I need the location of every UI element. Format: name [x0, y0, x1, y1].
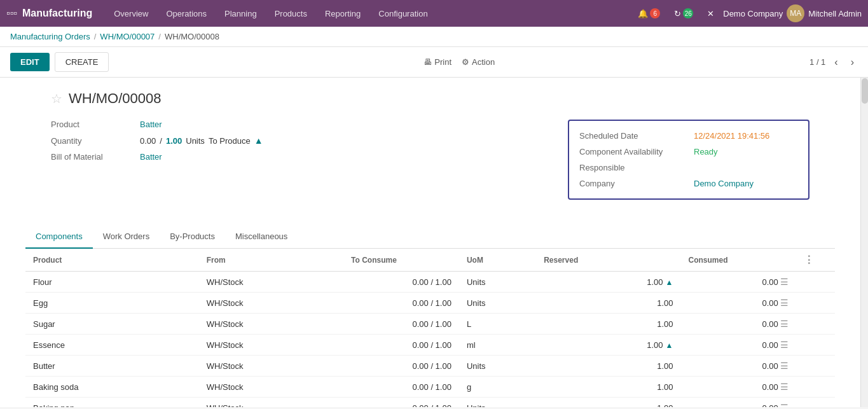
cell-from-3: WH/Stock [199, 335, 343, 356]
cell-from-4: WH/Stock [199, 356, 343, 377]
record-header: ☆ WH/MO/00008 [51, 90, 809, 107]
qty-divider: / [160, 136, 162, 146]
scrollbar-track[interactable] [860, 78, 868, 407]
breadcrumb-sep-2: / [158, 32, 161, 41]
qty-target[interactable]: 1.00 [166, 136, 182, 146]
nav-item-configuration[interactable]: Configuration [369, 0, 436, 27]
cell-from-0: WH/Stock [199, 272, 343, 293]
cell-reserved-2: 1.00 [536, 314, 680, 335]
cell-consumed-0: 0.00 ☰ [680, 272, 796, 293]
quantity-row: Quantity 0.00 / 1.00 Units To Produce ▲ [51, 135, 542, 146]
table-row: Egg WH/Stock 0.00 / 1.00 Units 1.00 0.00… [25, 293, 835, 314]
create-button[interactable]: CREATE [55, 52, 109, 72]
notifications-btn[interactable]: 🔔 6 [633, 6, 665, 21]
cell-from-2: WH/Stock [199, 314, 343, 335]
product-row: Product Batter [51, 120, 542, 129]
components-table: Product From To Consume UoM Reserved Con… [25, 249, 835, 407]
close-icon[interactable]: ✕ [702, 6, 719, 21]
activity-btn[interactable]: ↻ 26 [669, 6, 698, 21]
nav-item-overview[interactable]: Overview [105, 0, 157, 27]
action-label: Action [472, 57, 495, 67]
pagination-label: 1 / 1 [809, 57, 825, 67]
bom-value[interactable]: Batter [140, 152, 162, 162]
nav-item-reporting[interactable]: Reporting [316, 0, 369, 27]
cell-from-1: WH/Stock [199, 293, 343, 314]
cell-product-3: Essence [25, 335, 199, 356]
column-options-icon[interactable]: ⋮ [804, 254, 814, 265]
cell-options-3 [796, 335, 835, 356]
component-avail-row: Component Availability Ready [579, 147, 798, 156]
table-header: Product From To Consume UoM Reserved Con… [25, 249, 835, 272]
nav-right: 🔔 6 ↻ 26 ✕ Demo Company MA Mitchell Admi… [633, 4, 862, 22]
detail-icon-3[interactable]: ☰ [780, 340, 789, 350]
breadcrumb-manufacturing-orders[interactable]: Manufacturing Orders [10, 32, 90, 41]
form-grid: Product Batter Quantity 0.00 / 1.00 Unit… [51, 120, 809, 200]
cell-to-consume-0: 0.00 / 1.00 [343, 272, 459, 293]
detail-icon-6[interactable]: ☰ [780, 403, 789, 407]
prev-record-button[interactable]: ‹ [830, 55, 841, 69]
cell-uom-0: Units [459, 272, 536, 293]
bom-label: Bill of Material [51, 152, 134, 162]
cell-options-5 [796, 377, 835, 398]
cell-options-4 [796, 356, 835, 377]
header-product: Product [25, 249, 199, 272]
breadcrumb: Manufacturing Orders / WH/MO/00007 / WH/… [0, 27, 868, 47]
cell-product-0: Flour [25, 272, 199, 293]
action-button[interactable]: ⚙ Action [462, 57, 495, 67]
nav-item-planning[interactable]: Planning [216, 0, 266, 27]
user-menu[interactable]: MA Mitchell Admin [787, 4, 862, 22]
company-name: Demo Company [723, 9, 783, 18]
cell-reserved-0: 1.00▲ [536, 272, 680, 293]
table-body: Flour WH/Stock 0.00 / 1.00 Units 1.00▲ 0… [25, 272, 835, 408]
toolbar: EDIT CREATE 🖶 Print ⚙ Action 1 / 1 ‹ › [0, 47, 868, 78]
detail-icon-0[interactable]: ☰ [780, 277, 789, 287]
print-icon: 🖶 [424, 57, 432, 67]
cell-product-5: Baking soda [25, 377, 199, 398]
cell-to-consume-1: 0.00 / 1.00 [343, 293, 459, 314]
main-scroll: ☆ WH/MO/00008 Product Batter Quantity 0.… [0, 78, 860, 407]
bell-icon: 🔔 [638, 9, 648, 18]
cell-options-1 [796, 293, 835, 314]
detail-icon-4[interactable]: ☰ [780, 361, 789, 371]
cell-reserved-1: 1.00 [536, 293, 680, 314]
forecast-icon[interactable]: ▲ [254, 135, 263, 146]
detail-icon-2[interactable]: ☰ [780, 319, 789, 329]
forecast-row-icon[interactable]: ▲ [666, 341, 673, 350]
cell-options-0 [796, 272, 835, 293]
edit-button[interactable]: EDIT [10, 53, 50, 71]
nav-item-operations[interactable]: Operations [157, 0, 216, 27]
content-area: ☆ WH/MO/00008 Product Batter Quantity 0.… [0, 78, 868, 407]
responsible-row: Responsible [579, 163, 798, 172]
scrollbar-thumb[interactable] [862, 78, 868, 104]
quantity-label: Quantity [51, 136, 134, 146]
product-value[interactable]: Batter [140, 120, 162, 129]
favorite-icon[interactable]: ☆ [51, 91, 62, 106]
cell-consumed-4: 0.00 ☰ [680, 356, 796, 377]
cell-reserved-4: 1.00 [536, 356, 680, 377]
nav-item-products[interactable]: Products [266, 0, 316, 27]
avatar: MA [787, 4, 804, 22]
apps-icon[interactable]: ▫▫▫ [6, 8, 17, 19]
tab-miscellaneous[interactable]: Miscellaneous [225, 225, 298, 249]
cell-product-1: Egg [25, 293, 199, 314]
detail-icon-1[interactable]: ☰ [780, 298, 789, 308]
detail-icon-5[interactable]: ☰ [780, 382, 789, 392]
tab-by-products[interactable]: By-Products [160, 225, 225, 249]
cell-consumed-2: 0.00 ☰ [680, 314, 796, 335]
forecast-row-icon[interactable]: ▲ [666, 278, 673, 287]
cell-reserved-5: 1.00 [536, 377, 680, 398]
tab-components[interactable]: Components [25, 225, 93, 249]
toolbar-center: 🖶 Print ⚙ Action [114, 57, 804, 67]
next-record-button[interactable]: › [847, 55, 858, 69]
print-button[interactable]: 🖶 Print [424, 57, 451, 67]
cell-to-consume-4: 0.00 / 1.00 [343, 356, 459, 377]
cell-to-consume-2: 0.00 / 1.00 [343, 314, 459, 335]
scheduled-date-value[interactable]: 12/24/2021 19:41:56 [694, 131, 769, 141]
cell-reserved-3: 1.00▲ [536, 335, 680, 356]
tab-work-orders[interactable]: Work Orders [93, 225, 160, 249]
table-row: Flour WH/Stock 0.00 / 1.00 Units 1.00▲ 0… [25, 272, 835, 293]
responsible-label: Responsible [579, 163, 694, 172]
breadcrumb-sep-1: / [94, 32, 97, 41]
company-value[interactable]: Demo Company [694, 179, 754, 188]
breadcrumb-mo7[interactable]: WH/MO/00007 [100, 32, 155, 41]
